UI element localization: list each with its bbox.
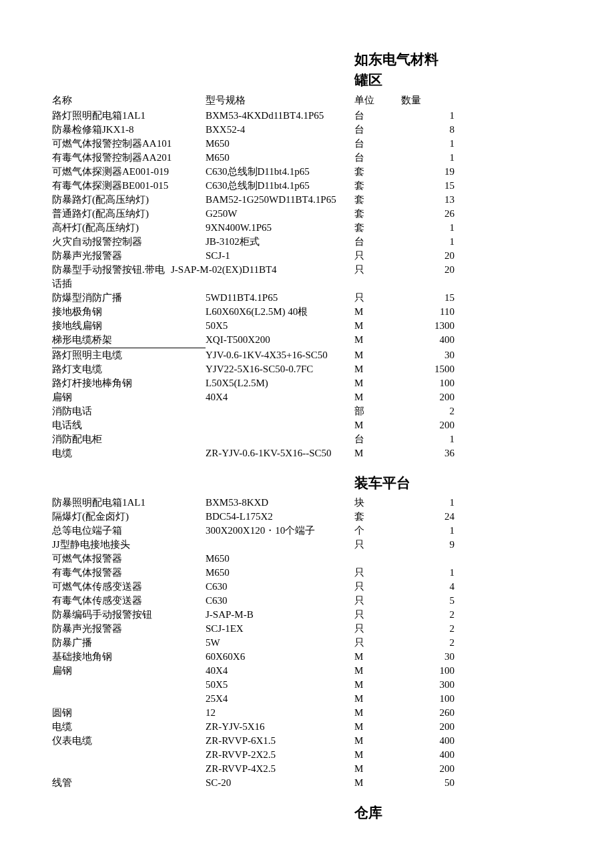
cell-spec: 50X5	[206, 319, 354, 333]
cell-name: 隔爆灯(配金卤灯)	[52, 510, 206, 524]
table-row: 电缆ZR-YJV-0.6-1KV-5X16--SC50M36	[52, 446, 562, 460]
table-row: 路灯照明配电箱1AL1BXM53-4KXDd11BT4.1P65台1	[52, 109, 562, 123]
cell-name: 防暴编码手动报警按钮	[52, 608, 206, 622]
cell-unit: 台	[354, 151, 401, 165]
table-row: 消防电话部2	[52, 404, 562, 418]
cell-name: 防暴声光报警器	[52, 249, 206, 263]
cell-unit: M	[354, 446, 401, 460]
table-row: 圆钢 12M260	[52, 706, 562, 720]
cell-name: 基础接地角钢	[52, 650, 206, 664]
table-row: 可燃气体传感变送器 C630只4	[52, 580, 562, 594]
cell-qty: 1500	[401, 362, 454, 376]
cell-spec: G250W	[206, 207, 354, 221]
table-row: 总等电位端子箱300X200X120・10个端子个1	[52, 524, 562, 538]
cell-name: 路灯支电缆	[52, 362, 206, 376]
cell-name: 接地极角钢	[52, 305, 206, 319]
cell-qty: 4	[401, 580, 454, 594]
table-row: 防暴声光报警器SCJ-1EX只2	[52, 622, 562, 636]
cell-name: 防暴检修箱JKX1-8	[52, 123, 206, 137]
table-row: 高杆灯(配高压纳灯)9XN400W.1P65套1	[52, 221, 562, 235]
table-row: 防暴照明配电箱1AL1BXM53-8KXD块1	[52, 496, 562, 510]
cell-spec: 40X4	[206, 390, 354, 404]
cell-unit: 台	[354, 137, 401, 151]
cell-unit: 只	[354, 636, 401, 650]
cell-spec: 60X60X6	[206, 650, 354, 664]
section2-body: 防暴照明配电箱1AL1BXM53-8KXD块1隔爆灯(配金卤灯)BDC54-L1…	[52, 496, 562, 790]
cell-name: 防暴照明配电箱1AL1	[52, 496, 206, 510]
cell-name: 电缆	[52, 720, 206, 734]
cell-qty: 1	[401, 496, 454, 510]
cell-unit: 套	[354, 221, 401, 235]
cell-spec: 12	[206, 706, 354, 720]
cell-name: 可燃气体传感变送器	[52, 580, 206, 594]
cell-name: 路灯照明配电箱1AL1	[52, 109, 206, 123]
col-header-qty: 数量	[401, 93, 454, 107]
cell-qty: 20	[401, 263, 454, 277]
cell-spec: SCJ-1	[206, 249, 354, 263]
cell-name: 总等电位端子箱	[52, 524, 206, 538]
cell-qty: 1	[401, 109, 454, 123]
cell-name: 有毒气体报警器	[52, 566, 206, 580]
cell-spec: 5W	[206, 636, 354, 650]
cell-unit: M	[354, 692, 401, 706]
cell-qty: 400	[401, 734, 454, 748]
table-row: 有毒气体报警控制器AA201M650台1	[52, 151, 562, 165]
table-row: 接地线扁钢50X5M1300	[52, 319, 562, 333]
table-row: 梯形电缆桥架XQI-T500X200M400	[52, 333, 562, 348]
cell-unit: 只	[354, 263, 401, 277]
cell-unit: M	[354, 333, 401, 347]
cell-name: 有毒气体报警控制器AA201	[52, 151, 206, 165]
cell-spec: SC-20	[206, 776, 354, 790]
cell-name: 有毒气体传感变送器	[52, 594, 206, 608]
cell-unit: 只	[354, 291, 401, 305]
table-row: 有毒气体探测器BE001-015C630总线制D11bt4.1p65套15	[52, 179, 562, 193]
cell-name: 防暴路灯(配高压纳灯)	[52, 193, 206, 207]
cell-name: JJ型静电接地接头	[52, 538, 206, 552]
table-header: 名称 型号规格 单位 数量	[52, 93, 562, 107]
table-row: JJ型静电接地接头只9	[52, 538, 562, 552]
cell-spec: ZR-YJV-0.6-1KV-5X16--SC50	[206, 446, 354, 460]
cell-name: 消防电话	[52, 404, 206, 418]
cell-name: 仪表电缆	[52, 734, 206, 748]
section3-title: 仓库	[354, 803, 562, 823]
cell-spec: 300X200X120・10个端子	[206, 524, 354, 538]
table-row: 防暴型手动报警按钮.带电话插J-SAP-M-02(EX)D11BT4只20	[52, 263, 562, 291]
table-row: 扁钢40X4M200	[52, 390, 562, 404]
cell-spec: C630总线制D11bt4.1p65	[206, 165, 354, 179]
table-row: 50X5M300	[52, 678, 562, 692]
cell-spec: 50X5	[206, 678, 354, 692]
cell-spec: YJV-0.6-1KV-4X35+16-SC50	[206, 348, 354, 362]
cell-unit: 只	[354, 594, 401, 608]
cell-qty: 1	[401, 151, 454, 165]
cell-qty: 260	[401, 706, 454, 720]
cell-unit: 套	[354, 179, 401, 193]
cell-unit: M	[354, 390, 401, 404]
cell-name: 接地线扁钢	[52, 319, 206, 333]
cell-qty: 1300	[401, 319, 454, 333]
cell-spec: C630	[206, 580, 354, 594]
table-row: 接地极角钢L60X60X6(L2.5M) 40根M110	[52, 305, 562, 319]
cell-qty: 5	[401, 594, 454, 608]
cell-unit: M	[354, 776, 401, 790]
cell-unit: M	[354, 376, 401, 390]
cell-qty: 2	[401, 404, 454, 418]
table-row: 25X4M100	[52, 692, 562, 706]
cell-qty: 200	[401, 762, 454, 776]
cell-name: 有毒气体探测器BE001-015	[52, 179, 206, 193]
cell-unit: 套	[354, 207, 401, 221]
cell-name: 防暴广播	[52, 636, 206, 650]
cell-qty: 400	[401, 748, 454, 762]
table-row: 扁钢40X4M100	[52, 664, 562, 678]
cell-spec: YJV22-5X16-SC50-0.7FC	[206, 362, 354, 376]
table-row: 有毒气体传感变送器C630只5	[52, 594, 562, 608]
cell-unit: M	[354, 650, 401, 664]
table-row: 防暴路灯(配高压纳灯)BAM52-1G250WD11BT4.1P65套13	[52, 193, 562, 207]
cell-qty: 1	[401, 566, 454, 580]
cell-spec: C630	[206, 594, 354, 608]
table-row: 防暴编码手动报警按钮J-SAP-M-B只2	[52, 608, 562, 622]
cell-name: 防爆型消防广播	[52, 291, 206, 305]
col-header-name: 名称	[52, 93, 206, 107]
section1-body: 路灯照明配电箱1AL1BXM53-4KXDd11BT4.1P65台1防暴检修箱J…	[52, 109, 562, 460]
table-row: 路灯照明主电缆YJV-0.6-1KV-4X35+16-SC50M30	[52, 348, 562, 362]
cell-qty: 20	[401, 249, 454, 263]
